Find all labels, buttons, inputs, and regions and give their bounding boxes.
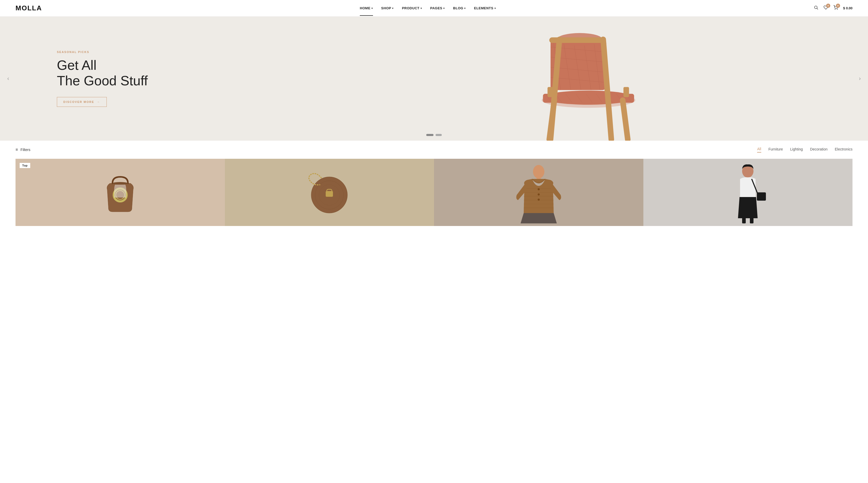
nav-item-blog[interactable]: BLOG ▾	[453, 6, 466, 10]
svg-point-34	[113, 182, 128, 185]
hero-dot-2[interactable]	[436, 134, 442, 136]
cart-button[interactable]: 0	[833, 5, 838, 11]
filters-toggle[interactable]: ≡ Filters	[16, 147, 30, 152]
svg-point-52	[538, 199, 540, 201]
svg-rect-57	[750, 218, 753, 223]
filter-tabs: All Furniture Lighting Decoration Electr…	[757, 147, 852, 153]
product-image	[643, 159, 853, 226]
product-card[interactable]	[225, 159, 434, 226]
product-card[interactable]	[643, 159, 853, 226]
chevron-down-icon: ▾	[421, 7, 422, 9]
svg-point-51	[538, 193, 540, 195]
filter-tab-electronics[interactable]: Electronics	[835, 147, 852, 152]
chevron-down-icon: ▾	[495, 7, 496, 9]
product-image	[434, 159, 643, 226]
svg-point-42	[533, 165, 545, 178]
svg-point-0	[814, 6, 817, 9]
cart-total[interactable]: $ 0.00	[843, 6, 852, 10]
svg-rect-32	[548, 87, 553, 97]
filter-tab-furniture[interactable]: Furniture	[769, 147, 783, 152]
header-actions: 0 0 $ 0.00	[814, 5, 852, 11]
svg-point-3	[837, 9, 837, 9]
filter-tab-all[interactable]: All	[757, 147, 761, 153]
filter-tab-decoration[interactable]: Decoration	[810, 147, 828, 152]
site-logo[interactable]: MOLLA	[16, 4, 42, 12]
chevron-down-icon: ▾	[443, 7, 445, 9]
chevron-down-icon: ▾	[464, 7, 466, 9]
svg-line-28	[623, 100, 628, 139]
hero-image	[304, 17, 868, 141]
nav-item-home[interactable]: HOME ▾	[360, 6, 373, 10]
product-card[interactable]	[434, 159, 643, 226]
filter-tab-lighting[interactable]: Lighting	[790, 147, 803, 152]
svg-rect-33	[623, 87, 629, 97]
product-grid: Top	[16, 159, 852, 226]
hero-subtitle: SEASONAL PICKS	[57, 51, 148, 54]
nav-item-elements[interactable]: ELEMENTS ▾	[474, 6, 496, 10]
hero-title: Get All The Good Stuff	[57, 58, 148, 89]
search-button[interactable]	[814, 5, 818, 11]
svg-rect-56	[742, 218, 746, 223]
product-image	[225, 159, 434, 226]
nav-item-product[interactable]: PRODUCT ▾	[402, 6, 422, 10]
cart-badge: 0	[836, 4, 840, 8]
nav-item-pages[interactable]: PAGES ▾	[430, 6, 445, 10]
hero-prev-button[interactable]: ‹	[5, 73, 11, 84]
filters-label: Filters	[21, 148, 30, 152]
wishlist-badge: 0	[826, 4, 830, 8]
main-nav: HOME ▾ SHOP ▾ PRODUCT ▾ PAGES ▾ BLOG ▾ E…	[360, 6, 496, 10]
filter-bar: ≡ Filters All Furniture Lighting Decorat…	[16, 147, 852, 153]
wishlist-button[interactable]: 0	[824, 5, 828, 11]
filter-icon: ≡	[16, 147, 18, 152]
discover-more-button[interactable]: DISCOVER MORE →	[57, 97, 107, 107]
svg-point-2	[835, 9, 835, 9]
chevron-down-icon: ▾	[371, 7, 373, 9]
nav-item-shop[interactable]: SHOP ▾	[381, 6, 394, 10]
hero-next-button[interactable]: ›	[857, 73, 863, 84]
product-badge: Top	[20, 163, 30, 168]
product-card[interactable]: Top	[16, 159, 225, 226]
products-section: ≡ Filters All Furniture Lighting Decorat…	[0, 141, 868, 226]
hero-dot-1[interactable]	[426, 134, 433, 136]
svg-rect-55	[757, 192, 766, 201]
svg-point-50	[538, 188, 540, 190]
hero-dots	[426, 134, 442, 136]
chevron-down-icon: ▾	[392, 7, 394, 9]
svg-rect-31	[549, 37, 605, 43]
hero-section: SEASONAL PICKS Get All The Good Stuff DI…	[0, 17, 868, 141]
hero-content: SEASONAL PICKS Get All The Good Stuff DI…	[57, 51, 148, 107]
svg-line-1	[817, 8, 818, 9]
product-image: Top	[16, 159, 225, 226]
site-header: MOLLA HOME ▾ SHOP ▾ PRODUCT ▾ PAGES ▾ BL…	[0, 0, 868, 17]
